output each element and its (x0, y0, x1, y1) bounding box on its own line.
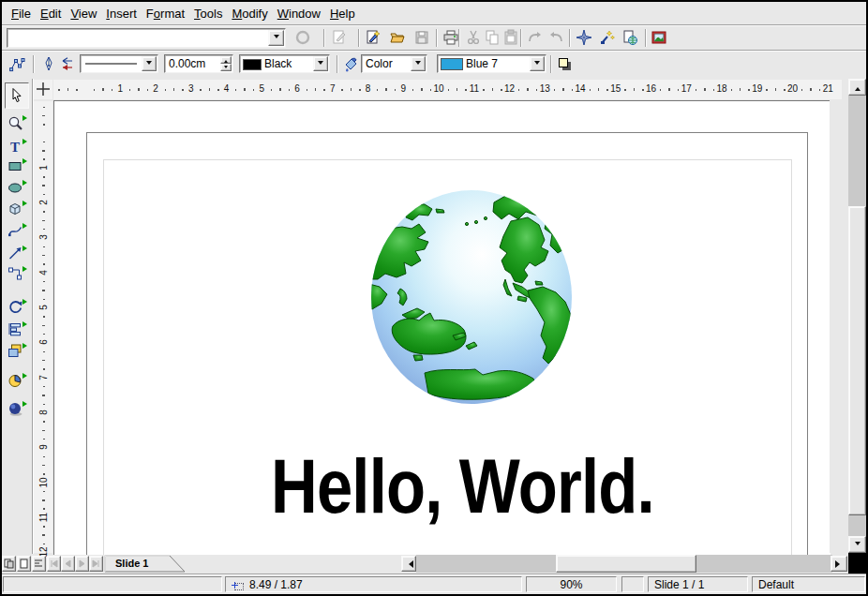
status-layout[interactable]: Default (752, 576, 865, 592)
ruler-tick (307, 89, 307, 91)
status-empty-1 (3, 576, 222, 592)
hruler-number: 18 (717, 83, 727, 94)
ruler-tick (642, 89, 643, 91)
open-icon[interactable] (388, 28, 407, 47)
menu-help[interactable]: Help (325, 2, 360, 24)
insert-icon[interactable] (7, 372, 25, 391)
line-width-spin-down[interactable] (220, 64, 232, 71)
shadow-icon[interactable] (556, 55, 575, 74)
print-icon[interactable] (441, 28, 460, 47)
menu-modify[interactable]: Modify (227, 2, 272, 24)
ruler-tick (43, 526, 45, 527)
line-color-combobox[interactable]: Black (239, 54, 330, 73)
vscroll-down-button[interactable] (848, 536, 866, 553)
navigator-icon[interactable] (575, 28, 593, 47)
menu-file[interactable]: File (7, 2, 36, 24)
ruler-tick (731, 89, 732, 91)
hruler-number: 9 (401, 83, 407, 94)
line-icon[interactable] (39, 55, 58, 74)
menu-window[interactable]: Window (273, 2, 325, 24)
wizard-icon[interactable] (598, 28, 617, 47)
fill-color-dropdown-button[interactable] (530, 56, 545, 71)
new-document-icon[interactable] (364, 28, 382, 47)
ruler-tick (740, 88, 741, 91)
toolbar-separator (337, 55, 338, 73)
ellipse-icon[interactable] (7, 179, 25, 198)
edit-points-icon[interactable] (7, 55, 26, 74)
hruler-number: 19 (752, 83, 762, 94)
slide-title-text[interactable]: Hello, World. (271, 442, 654, 530)
menu-tools[interactable]: Tools (189, 2, 227, 24)
text-icon[interactable]: T (7, 138, 25, 156)
ruler-tick (43, 211, 45, 212)
layer-mode-button-3[interactable] (32, 556, 46, 572)
fill-style-dropdown-button[interactable] (411, 56, 426, 71)
ruler-tick (590, 89, 591, 91)
tab-slide1[interactable]: Slide 1 (104, 555, 187, 573)
menu-edit[interactable]: Edit (36, 2, 66, 24)
ruler-tick (766, 89, 767, 91)
vscroll-up-button[interactable] (848, 79, 866, 96)
line-color-dropdown-button[interactable] (313, 56, 328, 71)
line-style-combobox[interactable] (80, 54, 158, 73)
arrange-icon[interactable] (7, 342, 25, 361)
globe-image[interactable] (370, 189, 573, 410)
slide-page[interactable]: Hello, World. (86, 132, 808, 555)
hscroll-right-button[interactable] (831, 556, 847, 572)
vertical-ruler[interactable]: 123456789101112 (34, 101, 52, 553)
next-slide-button[interactable] (75, 556, 89, 572)
effects-icon[interactable] (7, 400, 25, 419)
canvas[interactable]: Hello, World. (53, 100, 831, 555)
line-width-spin-up[interactable] (220, 56, 232, 64)
objects3d-icon[interactable] (7, 200, 25, 218)
hruler-number: 2 (153, 83, 158, 94)
vscroll-thumb[interactable] (848, 206, 866, 515)
line-style-dropdown-button[interactable] (142, 56, 157, 71)
lines-icon[interactable] (7, 245, 25, 263)
menu-insert[interactable]: Insert (101, 2, 142, 24)
ruler-tick (43, 316, 45, 317)
ruler-tick (395, 89, 396, 91)
horizontal-ruler[interactable]: 123456789101112131415161718192021 (53, 80, 842, 99)
hruler-number: 4 (224, 83, 230, 94)
prev-slide-button[interactable] (61, 556, 75, 572)
ruler-tick (624, 89, 625, 91)
gallery-icon[interactable] (650, 28, 668, 47)
url-combobox-dropdown-button[interactable] (268, 30, 284, 46)
connector-icon[interactable] (7, 265, 25, 284)
hscroll-thumb[interactable] (556, 555, 696, 573)
select-icon[interactable] (5, 82, 29, 109)
status-zoom-value: 90% (560, 578, 582, 591)
ruler-tick (43, 158, 45, 159)
line-width-spinner[interactable]: 0.00cm (164, 54, 233, 73)
hruler-number: 17 (681, 83, 692, 94)
rectangle-icon[interactable] (7, 157, 25, 176)
menu-format[interactable]: Format (142, 2, 189, 24)
hyperlink-icon[interactable] (621, 28, 639, 47)
layer-mode-button-1[interactable] (2, 556, 16, 572)
ruler-tick (173, 88, 174, 91)
ruler-tick (341, 89, 342, 91)
layer-mode-button-2[interactable] (17, 556, 31, 572)
status-zoom[interactable]: 90% (526, 576, 617, 592)
ruler-tick (279, 88, 280, 91)
fill-style-value: Color (366, 55, 393, 72)
ruler-tick (244, 88, 245, 91)
ruler-tick (323, 89, 324, 91)
alignment-icon[interactable] (7, 320, 25, 339)
right-gap (830, 100, 848, 553)
status-position[interactable]: 8.49 / 1.87 (225, 576, 522, 592)
zoom-icon[interactable] (7, 114, 25, 133)
curve-icon[interactable] (7, 222, 25, 241)
undo-icon (525, 28, 544, 47)
url-combobox[interactable] (7, 28, 286, 48)
last-slide-button[interactable] (89, 556, 103, 572)
fill-color-combobox[interactable]: Blue 7 (437, 54, 546, 73)
rotate-icon[interactable] (7, 298, 25, 317)
fill-style-combobox[interactable]: Color (361, 54, 427, 73)
area-style-icon[interactable] (342, 55, 361, 74)
hscroll-left-button[interactable] (401, 556, 416, 572)
arrow-style-icon[interactable] (60, 55, 79, 74)
first-slide-button[interactable] (47, 556, 61, 572)
menu-view[interactable]: View (66, 2, 101, 24)
